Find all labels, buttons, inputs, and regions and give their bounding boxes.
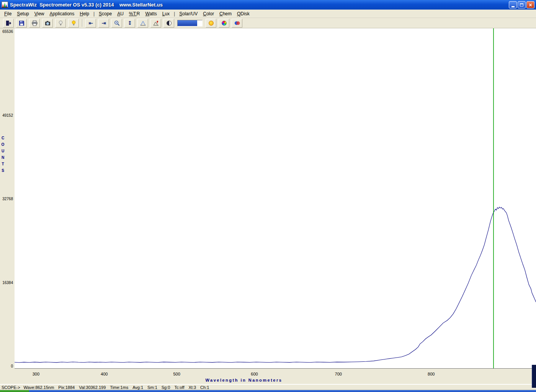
lamp-on-icon [71, 20, 77, 26]
start-button-fragment[interactable] [0, 390, 29, 392]
menu-setup[interactable]: Setup [14, 10, 31, 17]
spectrum-trace [15, 207, 536, 363]
y-tick-label: 49152 [2, 113, 13, 118]
autoscale-y-button[interactable]: ↕ [124, 19, 135, 28]
zoom-icon [114, 20, 120, 26]
status-time: Time:1ms [110, 385, 128, 390]
taskbar [0, 390, 536, 392]
status-sm: Sm:1 [147, 385, 157, 390]
toolbar-separator [82, 19, 83, 27]
x-tick-label: 800 [428, 372, 435, 376]
lamp-on-button[interactable] [68, 19, 79, 28]
menu-transmission[interactable]: %T:R [126, 10, 143, 17]
y-tick-label: 32768 [2, 197, 13, 201]
lamp-off-icon [58, 20, 64, 26]
color-wheel-button[interactable] [219, 19, 229, 28]
menu-file[interactable]: File [2, 10, 14, 17]
printer-icon [32, 20, 38, 26]
peak-display-button[interactable] [137, 19, 148, 28]
x-axis: 300400500600700800 Wavelength in Nanomet… [0, 369, 536, 384]
graph-export-button[interactable] [150, 19, 161, 28]
print-button[interactable] [29, 19, 40, 28]
menu-color[interactable]: Color [200, 10, 217, 17]
floppy-save-icon [19, 20, 25, 26]
app-icon [2, 2, 8, 8]
status-value: Val:30362.199 [79, 385, 106, 390]
sample-color-button[interactable] [232, 19, 242, 28]
status-tc: Tc:off [174, 385, 184, 390]
right-edge-marker [532, 365, 536, 388]
menu-chem[interactable]: Chem [217, 10, 234, 17]
y-tick-label: 0 [11, 364, 13, 368]
x-tick-label: 600 [251, 372, 258, 376]
menu-applications[interactable]: Applications [47, 10, 77, 17]
snapshot-button[interactable] [42, 19, 53, 28]
y-tick-label: 16384 [2, 281, 13, 285]
menu-au[interactable]: AU [114, 10, 126, 17]
exit-icon [6, 20, 11, 26]
menu-lux[interactable]: Lux [160, 10, 172, 17]
menu-help[interactable]: Help [77, 10, 92, 17]
graph-export-icon [153, 20, 159, 26]
x-tick-label: 400 [101, 372, 108, 376]
integration-progress-fill [178, 20, 197, 26]
save-button[interactable] [16, 19, 27, 28]
zoom-button[interactable] [111, 19, 122, 28]
toolbar: ⇤ ⇥ ↕ [0, 18, 536, 28]
restore-icon [520, 3, 523, 7]
y-axis-title: COUNTS [1, 135, 5, 174]
status-bar: SCOPE-> Wave:862.15nm Pix:1884 Val:30362… [0, 384, 536, 390]
sample-color-icon [234, 20, 240, 26]
status-pixel: Pix:1884 [58, 385, 75, 390]
scale-left-icon: ⇤ [88, 20, 93, 26]
autoscale-icon: ↕ [127, 20, 132, 26]
menu-watts[interactable]: Watts [143, 10, 160, 17]
menu-view[interactable]: View [32, 10, 47, 17]
lightsource-button[interactable] [206, 19, 216, 28]
x-tick-label: 700 [335, 372, 342, 376]
scale-right-icon: ⇥ [101, 20, 106, 26]
integration-progress [177, 20, 203, 26]
scale-left-button[interactable]: ⇤ [85, 19, 96, 28]
exit-button[interactable] [3, 19, 14, 28]
camera-icon [45, 20, 51, 26]
lamp-off-button[interactable] [55, 19, 66, 28]
status-mode: SCOPE-> [2, 385, 20, 390]
menu-scope[interactable]: Scope [96, 10, 114, 17]
y-axis: COUNTS 655364915232768163840 [0, 28, 14, 368]
sun-icon [209, 21, 214, 26]
x-tick-label: 300 [33, 372, 39, 376]
chart-region: COUNTS 655364915232768163840 30040050060… [0, 28, 536, 384]
status-ch: Ch:1 [200, 385, 209, 390]
status-xt: Xt:3 [189, 385, 196, 390]
close-button[interactable]: × [526, 1, 534, 8]
menu-separator: | [92, 10, 96, 17]
menu-separator: | [172, 10, 176, 17]
restore-button[interactable] [518, 1, 526, 8]
title-bar: SpectraWiz Spectrometer OS v5.33 (c) 201… [0, 0, 536, 10]
menu-solar-uv[interactable]: Solar/UV [176, 10, 200, 17]
status-wave: Wave:862.15nm [24, 385, 54, 390]
status-avg: Avg:1 [132, 385, 143, 390]
peak-graph-icon [140, 20, 146, 26]
contrast-icon [167, 21, 172, 26]
minimize-button[interactable] [509, 1, 517, 8]
window-controls: × [508, 1, 534, 8]
window-title: SpectraWiz Spectrometer OS v5.33 (c) 201… [10, 2, 506, 8]
x-axis-title: Wavelength in Nanometers [0, 378, 488, 382]
y-tick-label: 65536 [2, 29, 13, 34]
minimize-icon [511, 6, 515, 7]
color-wheel-icon [222, 21, 227, 26]
x-tick-label: 500 [173, 372, 180, 376]
menu-bar: File Setup View Applications Help | Scop… [0, 10, 536, 18]
scale-right-button[interactable]: ⇥ [98, 19, 109, 28]
menu-qdisk[interactable]: QDisk [234, 10, 252, 17]
status-sg: Sg:0 [162, 385, 170, 390]
plot-area[interactable] [15, 28, 536, 368]
contrast-button[interactable] [163, 19, 174, 28]
